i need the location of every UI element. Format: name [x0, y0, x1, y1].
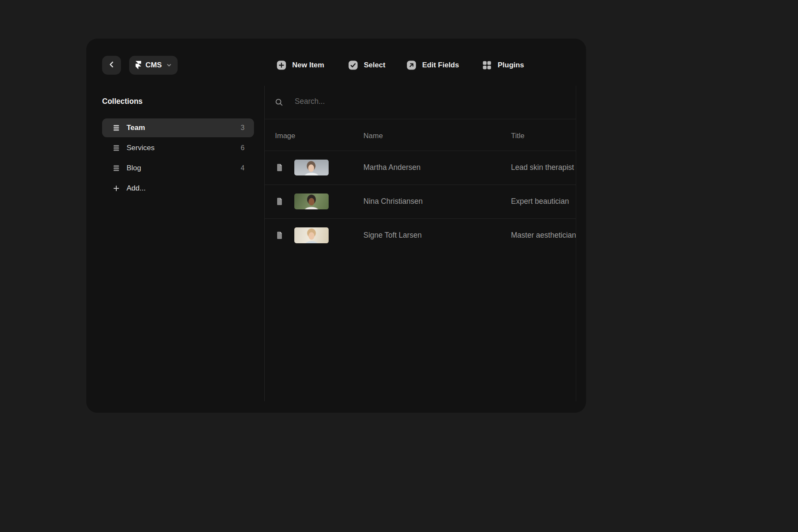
- search-divider: [264, 119, 576, 119]
- collection-count: 3: [241, 124, 245, 132]
- edit-fields-label: Edit Fields: [422, 61, 459, 70]
- search-input[interactable]: [294, 94, 440, 108]
- sidebar-item-team[interactable]: Team 3: [102, 118, 254, 137]
- add-collection-label: Add...: [127, 184, 145, 193]
- sidebar-item-blog[interactable]: Blog 4: [102, 159, 254, 178]
- stack-icon: [112, 124, 120, 132]
- content-right-divider: [576, 86, 576, 401]
- row-name: Nina Christiansen: [363, 197, 423, 206]
- table-row[interactable]: Martha Andersen Lead skin therapist: [264, 151, 576, 184]
- stack-icon: [112, 164, 120, 172]
- chevron-down-icon: [166, 62, 172, 68]
- row-thumbnail-photo: [294, 193, 329, 209]
- chevron-left-icon: [107, 60, 116, 70]
- plus-square-icon: [276, 60, 287, 70]
- page-icon: [276, 164, 283, 171]
- checkbox-check-icon: [348, 60, 358, 70]
- stack-icon: [112, 144, 120, 152]
- new-item-button[interactable]: New Item: [276, 56, 324, 75]
- collection-count: 4: [241, 164, 245, 172]
- collection-label: Blog: [127, 164, 141, 172]
- collection-label: Team: [127, 124, 145, 132]
- new-item-label: New Item: [292, 61, 324, 70]
- edit-fields-button[interactable]: Edit Fields: [406, 56, 459, 75]
- add-collection-button[interactable]: Add...: [102, 179, 254, 198]
- collections-heading: Collections: [102, 97, 142, 106]
- plugins-button[interactable]: Plugins: [482, 56, 524, 75]
- framer-logo-icon: [136, 61, 141, 70]
- row-thumbnail-photo: [294, 227, 329, 243]
- table-row[interactable]: Signe Toft Larsen Master aesthetician: [264, 218, 576, 252]
- table-row[interactable]: Nina Christiansen Expert beautician: [264, 184, 576, 218]
- page-icon: [276, 198, 283, 205]
- row-title: Lead skin therapist: [511, 163, 576, 172]
- page-icon: [276, 232, 283, 239]
- workspace-menu-button[interactable]: CMS: [129, 56, 178, 75]
- column-header-title: Title: [511, 132, 525, 140]
- select-button[interactable]: Select: [348, 56, 385, 75]
- column-header-name: Name: [363, 132, 383, 140]
- collection-list: Team 3 Services 6 Blog 4 Add...: [102, 118, 254, 198]
- sidebar-item-services[interactable]: Services 6: [102, 139, 254, 157]
- workspace-label: CMS: [145, 61, 162, 70]
- column-header-image: Image: [275, 132, 295, 140]
- plugins-label: Plugins: [498, 61, 524, 70]
- row-name: Martha Andersen: [363, 163, 420, 172]
- arrow-up-right-square-icon: [406, 60, 417, 70]
- plus-icon: [112, 184, 120, 192]
- cms-panel: CMS New Item Select Edit Fields Plugins …: [86, 39, 586, 413]
- row-title: Master aesthetician: [511, 231, 576, 240]
- row-name: Signe Toft Larsen: [363, 231, 422, 240]
- search-icon: [275, 98, 283, 106]
- back-button[interactable]: [102, 56, 121, 75]
- collection-label: Services: [127, 144, 154, 152]
- plugins-grid-icon: [482, 60, 492, 70]
- row-thumbnail-photo: [294, 160, 329, 175]
- row-title: Expert beautician: [511, 197, 576, 206]
- collection-count: 6: [241, 144, 245, 152]
- select-label: Select: [364, 61, 385, 70]
